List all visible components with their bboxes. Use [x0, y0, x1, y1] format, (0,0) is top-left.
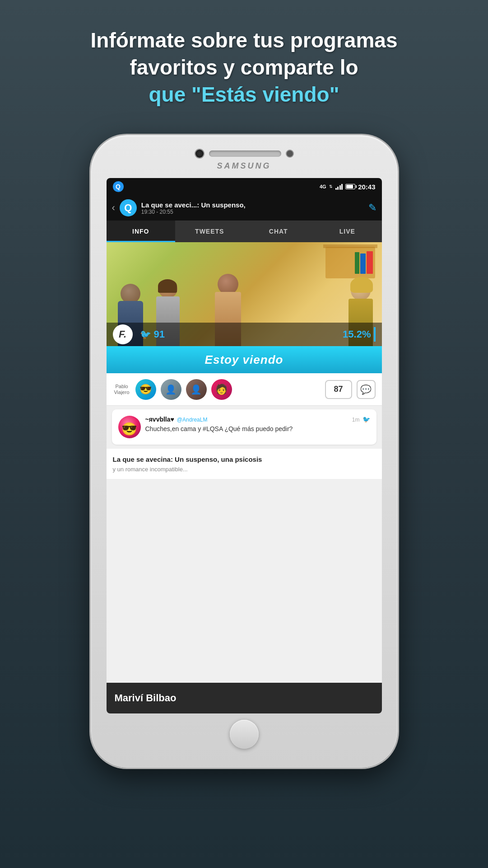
front-camera: [195, 150, 204, 158]
tab-tweets[interactable]: TWEETS: [175, 221, 244, 242]
headline-line1: Infórmate sobre tus programas: [91, 27, 398, 54]
show-time: 19:30 - 20:55: [141, 209, 364, 215]
tweet-username: ~яvvblla♥: [145, 416, 174, 423]
article-title: La que se avecina: Un suspenso, una psic…: [113, 455, 376, 464]
headline-line3: que "Estás viendo": [91, 81, 398, 108]
channel-letter: F.: [119, 328, 126, 340]
sensor: [287, 150, 293, 157]
nav-tabs: INFO TWEETS CHAT LIVE: [107, 221, 382, 242]
article-preview: La que se avecina: Un suspenso, una psic…: [107, 448, 382, 479]
avatar-4[interactable]: 🧑: [211, 379, 232, 400]
phone-screen: Q 4G ⇅ 20:43 ‹ Q: [107, 178, 382, 713]
home-button[interactable]: [230, 720, 259, 749]
channel-badge: F.: [113, 324, 133, 344]
comment-count-box: 87: [325, 380, 352, 399]
twitter-bird-icon: 🐦: [140, 329, 151, 340]
app-topbar: ‹ Q La que se aveci...: Un suspenso, 19:…: [107, 195, 382, 221]
signal-up-down: ⇅: [329, 184, 333, 189]
image-overlay: F. 🐦 91 15.2%: [107, 323, 382, 346]
app-status-icon: Q: [113, 181, 124, 192]
battery-indicator: [345, 184, 355, 189]
watchers-row: Pablo Viajero 😎 👤 👤 🧑 87 💬: [107, 373, 382, 406]
headline-line2: favoritos y comparte lo: [91, 54, 398, 81]
app-logo-letter: Q: [124, 202, 132, 214]
show-info-block: La que se aveci...: Un suspenso, 19:30 -…: [141, 201, 364, 215]
tweet-number: 91: [154, 328, 165, 340]
tweet-handle[interactable]: @AndreaLM: [177, 417, 208, 423]
phone-device: SAMSUNG Q 4G ⇅: [91, 135, 398, 768]
watcher-label: Pablo Viajero: [113, 384, 131, 395]
tab-live[interactable]: LIVE: [313, 221, 382, 242]
avatar-1[interactable]: 😎: [135, 379, 156, 400]
headline: Infórmate sobre tus programas favoritos …: [55, 27, 434, 108]
phone-top-area: [195, 150, 293, 158]
time-display: 20:43: [358, 183, 375, 191]
twitter-bird-icon-tweet: 🐦: [363, 416, 370, 423]
tweet-count-display: 🐦 91: [140, 328, 165, 340]
avatar-3[interactable]: 👤: [186, 379, 207, 400]
avatar-2[interactable]: 👤: [161, 379, 181, 400]
bottom-bar: Mariví Bilbao: [107, 683, 382, 713]
samsung-logo: SAMSUNG: [217, 161, 271, 171]
audience-percentage: 15.2%: [343, 327, 375, 342]
show-image: F. 🐦 91 15.2%: [107, 242, 382, 346]
estoy-viendo-button[interactable]: Estoy viendo: [107, 346, 382, 373]
comment-count: 87: [334, 385, 343, 394]
tweet-avatar: 😎: [118, 416, 141, 438]
audience-bar: [374, 327, 376, 342]
tab-chat[interactable]: CHAT: [244, 221, 313, 242]
article-subtitle: y un romance incompatible...: [113, 466, 376, 473]
app-logo: Q: [120, 199, 137, 216]
estoy-viendo-label: Estoy viendo: [205, 353, 284, 367]
bottom-bar-name: Mariví Bilbao: [115, 692, 177, 704]
tweet-content: ~яvvblla♥ @AndreaLM 1m 🐦 Chuches,en cama…: [145, 416, 370, 438]
back-button[interactable]: ‹: [112, 202, 115, 214]
tab-info[interactable]: INFO: [107, 221, 176, 242]
tweet-text: Chuches,en cama y #LQSA ¿Qué más puedo p…: [145, 425, 370, 434]
audience-pct-value: 15.2%: [343, 328, 371, 340]
tweet-card: 😎 ~яvvblla♥ @AndreaLM 1m 🐦 Chuches,en ca…: [112, 409, 376, 445]
signal-4g-label: 4G: [320, 184, 326, 189]
tweet-time: 1m: [352, 417, 360, 423]
signal-bars: [335, 183, 343, 190]
status-bar: Q 4G ⇅ 20:43: [107, 178, 382, 195]
speech-bubble-icon: 💬: [360, 384, 372, 395]
edit-button[interactable]: ✎: [368, 202, 376, 214]
comment-icon-button[interactable]: 💬: [357, 380, 376, 399]
speaker-grille: [209, 150, 281, 157]
show-title: La que se aveci...: Un suspenso,: [141, 201, 364, 209]
